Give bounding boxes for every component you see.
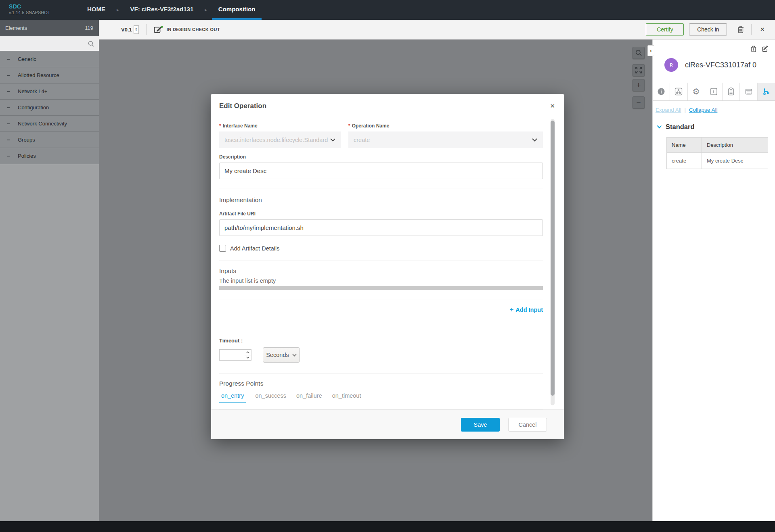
description-input[interactable]	[219, 163, 543, 179]
tab-inputs[interactable]	[740, 83, 757, 100]
operation-description-cell: My create Desc	[702, 153, 768, 169]
tab-on-success[interactable]: on_success	[254, 392, 287, 403]
element-category-list: Generic Allotted Resource Network L4+ Co…	[0, 51, 99, 164]
timeout-controls: Seconds	[219, 347, 543, 363]
chevron-down-icon[interactable]	[657, 125, 662, 129]
component-title: ciRes-VFC331017af 0	[685, 61, 756, 69]
tab-on-timeout[interactable]: on_timeout	[331, 392, 362, 403]
edit-component-icon[interactable]	[762, 46, 769, 52]
artifact-file-uri-input[interactable]	[219, 219, 543, 236]
add-artifact-details-checkbox[interactable]	[219, 245, 226, 252]
add-input-button[interactable]: Add Input	[509, 307, 543, 313]
fit-to-screen-button[interactable]	[633, 64, 645, 76]
tab-deployment-artifacts[interactable]	[670, 83, 687, 100]
breadcrumb-home[interactable]: HOME	[81, 0, 112, 20]
save-button[interactable]: Save	[461, 418, 500, 432]
horizontal-scrollbar[interactable]	[219, 286, 543, 290]
progress-points-tabs: on_entry on_success on_failure on_timeou…	[219, 392, 543, 403]
info-circle-icon	[657, 88, 665, 96]
timeout-input[interactable]	[220, 350, 244, 360]
tab-properties[interactable]: ⚙	[688, 83, 705, 100]
required-asterisk: *	[219, 123, 221, 129]
required-asterisk: *	[348, 123, 350, 129]
table-row[interactable]: create My create Desc	[667, 153, 768, 169]
sidebar-item-groups[interactable]: Groups	[0, 132, 99, 148]
certify-button[interactable]: Certify	[646, 23, 684, 35]
modal-footer: Save Cancel	[211, 409, 564, 439]
sidebar-item-generic[interactable]: Generic	[0, 51, 99, 67]
operation-name-field: *Operation Name create	[348, 123, 543, 148]
archive-box-icon	[745, 88, 753, 96]
panel-tabs: ⚙	[653, 83, 775, 101]
zoom-in-button[interactable]	[633, 79, 645, 91]
add-input-row: Add Input	[219, 306, 543, 314]
modal-vertical-scrollbar[interactable]	[551, 119, 555, 405]
composition-toolbar: V0.1 ▲▼ IN DESIGN CHECK OUT Certify Chec…	[99, 20, 775, 40]
artifact-file-uri-label: Artifact File URI	[219, 211, 543, 217]
expand-all-link[interactable]: Expand All	[656, 107, 681, 113]
operation-name-value: create	[354, 137, 370, 143]
collapse-panel-handle[interactable]	[647, 45, 654, 56]
operation-name-label: *Operation Name	[348, 123, 543, 129]
tab-on-failure[interactable]: on_failure	[295, 392, 323, 403]
collapse-all-link[interactable]: Collapse All	[689, 107, 718, 113]
app-header: SDC v.1.14.5-SNAPSHOT HOME VF: ciRes-VF3…	[0, 0, 775, 20]
elements-sidebar: Elements 119 Generic Allotted Resource N…	[0, 20, 99, 521]
gear-icon: ⚙	[692, 88, 700, 96]
dash-icon	[7, 91, 10, 92]
breadcrumb-vf[interactable]: VF: ciRes-VF3f2ad131	[124, 0, 200, 20]
sidebar-item-network-connectivity[interactable]: Network Connectivity	[0, 116, 99, 132]
plus-icon	[509, 306, 513, 313]
close-icon[interactable]	[760, 26, 765, 33]
tab-general-info[interactable]	[653, 83, 670, 100]
elements-count-badge: 119	[85, 25, 93, 31]
component-avatar: R	[664, 58, 678, 72]
panel-actions	[751, 46, 769, 52]
checkout-pencil-icon	[154, 26, 163, 33]
interface-name-field: *Interface Name tosca.interfaces.node.li…	[219, 123, 341, 148]
molecule-icon	[674, 88, 683, 96]
sidebar-item-policies[interactable]: Policies	[0, 148, 99, 164]
delete-icon[interactable]	[737, 26, 744, 33]
interface-name-select: tosca.interfaces.node.lifecycle.Standard	[219, 131, 341, 148]
edit-operation-modal: Edit Operation *Interface Name tosca.int…	[211, 94, 564, 439]
stepper-down-icon[interactable]	[244, 355, 251, 361]
tab-requirements-capabilities[interactable]	[723, 83, 740, 100]
sidebar-item-allotted-resource[interactable]: Allotted Resource	[0, 67, 99, 83]
check-in-button[interactable]: Check in	[689, 23, 727, 35]
sidebar-item-network-l4[interactable]: Network L4+	[0, 83, 99, 100]
column-header-name: Name	[667, 138, 702, 153]
add-artifact-details-label: Add Artifact Details	[230, 245, 280, 252]
component-header: R ciRes-VFC331017af 0	[653, 40, 775, 72]
cancel-button[interactable]: Cancel	[508, 418, 547, 432]
dash-icon	[7, 140, 10, 140]
tab-operations-active[interactable]	[758, 83, 775, 100]
tab-information-artifacts[interactable]	[705, 83, 723, 100]
modal-body: *Interface Name tosca.interfaces.node.li…	[211, 116, 564, 409]
modal-header: Edit Operation	[211, 94, 564, 116]
sdc-logo[interactable]: SDC v.1.14.5-SNAPSHOT	[9, 3, 50, 15]
divider	[219, 373, 543, 373]
table-header-row: Name Description	[667, 138, 768, 153]
close-icon[interactable]	[550, 102, 555, 110]
scrollbar-thumb[interactable]	[551, 121, 555, 396]
dash-icon	[7, 75, 10, 76]
delete-component-icon[interactable]	[751, 46, 756, 52]
sidebar-item-configuration[interactable]: Configuration	[0, 100, 99, 116]
timeout-unit-select[interactable]: Seconds	[263, 347, 300, 363]
tab-on-entry[interactable]: on_entry	[219, 392, 246, 403]
elements-search-input[interactable]	[0, 41, 88, 47]
canvas-search-button[interactable]	[633, 47, 645, 59]
interface-name-value: tosca.interfaces.node.lifecycle.Standard	[224, 137, 328, 143]
breadcrumb-composition-active[interactable]: Composition	[212, 0, 262, 20]
elements-search	[0, 36, 99, 51]
version-selector[interactable]: ▲▼	[134, 25, 139, 34]
timeout-unit-value: Seconds	[266, 352, 289, 358]
zoom-out-button[interactable]	[633, 96, 645, 108]
stepper-up-icon[interactable]	[244, 350, 251, 355]
dash-icon	[7, 156, 10, 156]
canvas-zoom-controls	[633, 47, 645, 108]
app-footer-bar	[0, 521, 775, 532]
description-label: Description	[219, 154, 543, 160]
toolbar-divider	[146, 24, 147, 35]
